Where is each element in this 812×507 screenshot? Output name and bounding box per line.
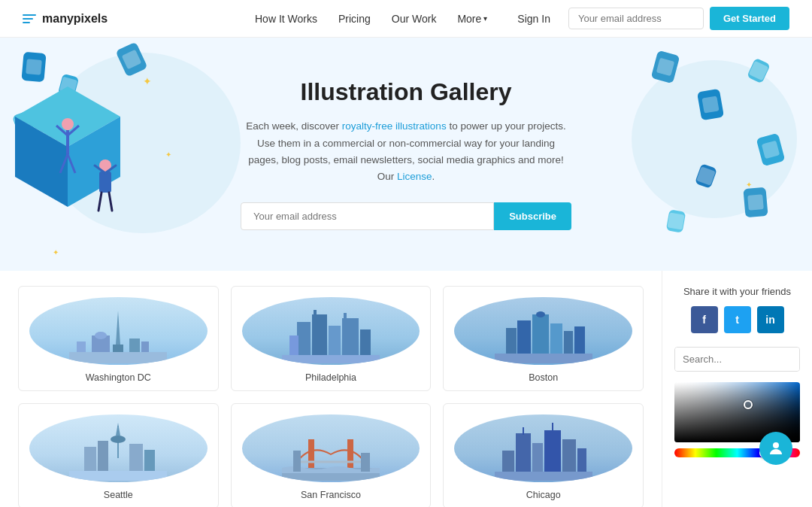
hero-desc-part1: Each week, discover	[246, 120, 342, 132]
twitter-icon: t	[735, 314, 739, 326]
city-thumb-boston	[454, 297, 632, 365]
floating-card-icon	[743, 187, 768, 217]
chevron-down-icon: ▾	[483, 14, 487, 23]
hero-content: Illustration Gallery Each week, discover…	[241, 78, 571, 229]
svg-point-20	[95, 332, 107, 339]
floating-card-icon	[115, 41, 147, 77]
svg-point-65	[773, 442, 779, 448]
logo[interactable]: manypixels	[23, 12, 108, 26]
sparkle-icon: ✦	[53, 248, 59, 257]
hero-section: ✦ ✦ ✦	[0, 38, 812, 271]
linkedin-icon: in	[765, 314, 774, 326]
hero-right-decorations: ✦ ✦	[586, 38, 812, 271]
svg-rect-47	[129, 444, 143, 475]
nav-more-label: More	[457, 13, 481, 25]
floating-card-icon	[747, 58, 771, 84]
nav-our-work[interactable]: Our Work	[383, 8, 446, 29]
svg-rect-22	[141, 342, 149, 354]
svg-rect-54	[293, 451, 301, 472]
user-avatar	[759, 432, 792, 465]
sparkle-icon: ✦	[165, 150, 171, 159]
svg-rect-30	[289, 335, 298, 358]
nav-links: How It Works Pricing Our Work More ▾	[246, 8, 496, 29]
nav-pricing[interactable]: Pricing	[329, 8, 380, 29]
hero-left-decorations: ✦ ✦ ✦	[0, 38, 226, 271]
floating-card-icon	[651, 50, 680, 83]
svg-rect-11	[99, 172, 111, 193]
gallery-card-chicago[interactable]: Chicago	[443, 403, 644, 507]
gallery-card-washington[interactable]: Washington DC	[18, 286, 219, 391]
svg-marker-17	[116, 311, 120, 345]
nav-how-it-works[interactable]: How It Works	[246, 8, 326, 29]
twitter-share-button[interactable]: t	[724, 306, 751, 333]
city-thumb-washington	[29, 297, 208, 365]
share-title: Share it with your friends	[674, 286, 800, 297]
color-picker-handle[interactable]	[744, 400, 753, 409]
svg-rect-36	[532, 314, 549, 358]
svg-rect-23	[77, 342, 86, 354]
hero-description: Each week, discover royalty-free illustr…	[241, 118, 571, 185]
license-link[interactable]: License	[397, 171, 432, 182]
floating-card-icon	[666, 209, 686, 232]
facebook-icon: f	[702, 314, 706, 326]
gallery-card-boston[interactable]: Boston	[443, 286, 644, 391]
svg-point-40	[536, 311, 545, 317]
svg-rect-33	[282, 355, 380, 363]
facebook-share-button[interactable]: f	[691, 306, 718, 333]
share-buttons: f t in	[674, 306, 800, 333]
city-thumb-philadelphia	[242, 297, 420, 365]
royalty-free-link[interactable]: royalty-free illustrations	[342, 120, 447, 132]
svg-rect-21	[129, 339, 140, 354]
svg-rect-32	[344, 313, 347, 320]
svg-marker-44	[116, 423, 120, 436]
hero-email-form: Subscribe	[241, 202, 571, 230]
hero-desc-end: .	[432, 171, 435, 182]
svg-rect-41	[495, 354, 592, 363]
hero-email-input[interactable]	[241, 202, 494, 230]
gallery-grid: Washington DC	[18, 286, 644, 507]
floating-card-icon	[697, 89, 724, 121]
city-thumb-seattle	[29, 414, 208, 482]
nav-more-dropdown[interactable]: More ▾	[448, 8, 496, 29]
subscribe-button[interactable]: Subscribe	[494, 202, 571, 230]
main-area: Washington DC	[0, 271, 812, 507]
logo-text: manypixels	[42, 12, 108, 26]
sidebar: Share it with your friends f t in 🔍	[662, 271, 812, 507]
svg-point-4	[62, 118, 74, 130]
gallery-label: Chicago	[454, 490, 632, 500]
svg-rect-27	[329, 326, 341, 358]
svg-rect-31	[314, 310, 317, 316]
nav-email-input[interactable]	[568, 8, 704, 29]
svg-rect-25	[297, 322, 311, 358]
gallery-label: Washington DC	[29, 372, 208, 383]
gallery-card-seattle[interactable]: Seattle	[18, 403, 219, 507]
floating-card-icon	[21, 52, 46, 82]
svg-rect-60	[562, 439, 576, 477]
svg-point-43	[111, 436, 126, 443]
floating-card-icon	[695, 163, 717, 189]
city-thumb-sf	[242, 414, 420, 482]
search-bar: 🔍	[674, 347, 800, 372]
search-input[interactable]	[675, 348, 800, 371]
floating-card-icon	[756, 133, 786, 166]
linkedin-share-button[interactable]: in	[757, 306, 784, 333]
gallery-label: Philadelphia	[242, 372, 420, 383]
svg-rect-55	[361, 453, 370, 472]
svg-line-14	[98, 193, 102, 211]
svg-rect-46	[98, 441, 108, 475]
city-thumb-chicago	[454, 414, 632, 482]
hero-title: Illustration Gallery	[241, 78, 571, 106]
gallery-card-sf[interactable]: San Francisco	[231, 403, 432, 507]
svg-rect-64	[495, 472, 592, 481]
gallery-section: Washington DC	[0, 271, 662, 507]
nav-signin[interactable]: Sign In	[508, 8, 559, 29]
svg-rect-37	[550, 323, 562, 358]
svg-rect-59	[544, 430, 561, 477]
svg-rect-24	[69, 352, 167, 363]
svg-rect-57	[516, 433, 531, 477]
svg-rect-35	[517, 320, 531, 358]
get-started-button[interactable]: Get Started	[710, 7, 789, 30]
gallery-card-philadelphia[interactable]: Philadelphia	[231, 286, 432, 391]
sparkle-icon: ✦	[143, 75, 152, 87]
logo-icon	[23, 14, 36, 23]
